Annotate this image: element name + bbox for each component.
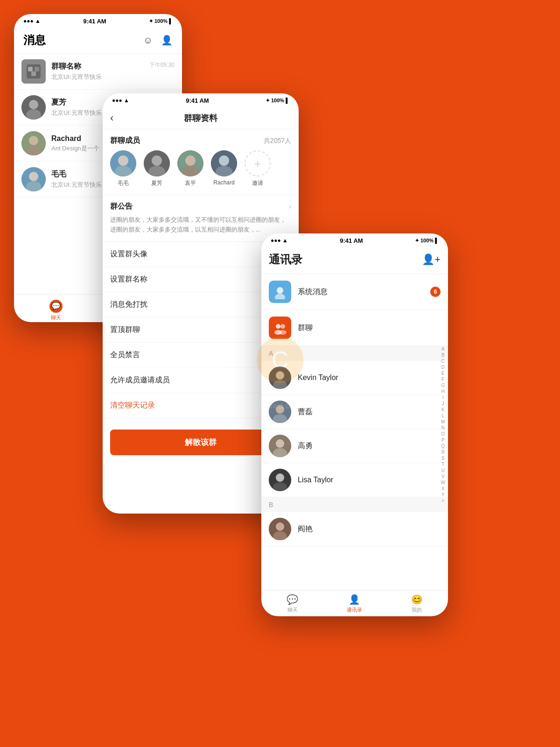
svg-point-26: [277, 287, 283, 294]
announcement-section: 群公告 › 进圈的朋友，大家多多交流哦，又不懂的可以互相问进圈的朋友，进圈的朋友…: [103, 195, 299, 242]
contact-kevin-taylor[interactable]: Kevin Taylor: [261, 361, 448, 395]
group-chat-time: 下午05:30: [149, 61, 175, 69]
phone-contacts: ●●● ▲ 9:41 AM ✦ 100% ▌ 通讯录 👤+ 系统消息 6 群聊 …: [261, 233, 448, 616]
svg-point-17: [152, 155, 162, 166]
group-chat-name: 群聊名称: [51, 62, 144, 71]
group-chat-info: 群聊名称 北京UI:元宵节快乐: [51, 62, 144, 81]
group-chat-preview: 北京UI:元宵节快乐: [51, 73, 144, 81]
battery-2: ✦ 100% ▌: [266, 98, 289, 104]
group-chat-avatar: [269, 317, 291, 339]
kevin-taylor-name: Kevin Taylor: [298, 374, 338, 382]
status-bar-2: ●●● ▲ 9:41 AM ✦ 100% ▌: [103, 93, 299, 107]
section-b: B: [261, 497, 448, 512]
svg-point-34: [276, 371, 284, 380]
system-message-item[interactable]: 系统消息 6: [261, 274, 448, 310]
xiafang-member-name: 夏芳: [151, 179, 162, 187]
group-chat-name: 群聊: [298, 323, 441, 333]
nav-mine-3[interactable]: 😊 我的: [386, 591, 448, 616]
announcement-title: 群公告: [110, 202, 133, 211]
maomao-member-avatar: [110, 150, 136, 176]
svg-rect-2: [35, 67, 39, 71]
back-button[interactable]: ‹: [110, 112, 118, 124]
svg-point-30: [280, 324, 285, 329]
nav-contacts-label-3: 通讯录: [347, 606, 362, 613]
svg-point-11: [29, 172, 38, 181]
svg-point-14: [118, 155, 128, 166]
messages-title: 消息: [23, 33, 46, 48]
lisa-taylor-name: Lisa Taylor: [298, 476, 333, 484]
time-1: 9:41 AM: [83, 18, 106, 25]
caolei-name: 曹磊: [298, 407, 313, 417]
section-a: A: [261, 346, 448, 361]
maomao-member-name: 毛毛: [118, 179, 129, 187]
chat-icon-3: 💬: [287, 594, 298, 605]
invite-label: 邀请: [252, 179, 263, 187]
time-3: 9:41 AM: [340, 237, 363, 244]
member-rachard2[interactable]: Rachard: [211, 150, 237, 187]
contact-gaoyong[interactable]: 高勇: [261, 429, 448, 463]
svg-point-46: [276, 522, 284, 531]
add-contact-icon[interactable]: 👤: [161, 34, 173, 46]
chat-item-group[interactable]: 群聊名称 北京UI:元宵节快乐 下午05:30: [14, 54, 182, 90]
mood-icon[interactable]: ☺: [142, 34, 154, 46]
nav-chat[interactable]: 💬 聊天: [14, 296, 98, 321]
member-xiafang[interactable]: 夏芳: [144, 150, 170, 187]
kevin-taylor-avatar: [269, 366, 291, 389]
signal-3: ●●● ▲: [271, 237, 288, 244]
svg-point-37: [276, 405, 284, 414]
group-info-title: 群聊资料: [184, 113, 217, 124]
gaoyong-name: 高勇: [298, 441, 313, 451]
battery-3: ✦ 100% ▌: [415, 238, 439, 244]
svg-point-32: [279, 330, 287, 335]
status-bar-3: ●●● ▲ 9:41 AM ✦ 100% ▌: [261, 233, 448, 247]
header-actions: ☺ 👤: [142, 34, 173, 46]
rachard-avatar: [21, 131, 46, 155]
add-member-icon: ＋: [245, 150, 271, 176]
rachard-member-avatar: [211, 150, 237, 176]
svg-point-29: [276, 324, 280, 329]
battery-1: ✦ 100% ▌: [149, 18, 173, 24]
lisa-taylor-avatar: [269, 469, 291, 491]
svg-point-43: [276, 473, 284, 482]
nav-mine-label-3: 我的: [412, 606, 422, 613]
contact-yanyan[interactable]: 阎艳: [261, 512, 448, 546]
yuanping-member-avatar: [177, 150, 203, 176]
svg-rect-3: [31, 71, 36, 76]
bottom-nav-3: 💬 聊天 👤 通讯录 😊 我的: [261, 590, 448, 616]
add-contact-button[interactable]: 👤+: [422, 254, 441, 266]
contacts-icon-3: 👤: [349, 594, 360, 605]
member-maomao[interactable]: 毛毛: [110, 150, 136, 187]
messages-header: 消息 ☺ 👤: [14, 28, 182, 54]
announcement-arrow[interactable]: ›: [289, 203, 291, 211]
alphabetical-index: A B C D E F G H I J K L M N O P Q R S T …: [441, 346, 445, 503]
nav-contacts-3[interactable]: 👤 通讯录: [323, 591, 385, 616]
status-bar-1: ●●● ▲ 9:41 AM ✦ 100% ▌: [14, 14, 182, 28]
svg-point-5: [29, 100, 38, 109]
members-label: 群聊成员: [110, 136, 140, 146]
member-invite[interactable]: ＋ 邀请: [245, 150, 271, 187]
contact-lisa-taylor[interactable]: Lisa Taylor: [261, 463, 448, 497]
member-yuanping[interactable]: 袁平: [177, 150, 203, 187]
xiafang-avatar: [21, 95, 46, 120]
contact-caolei[interactable]: 曹磊: [261, 395, 448, 429]
members-section-label: 群聊成员 共2057人: [103, 129, 299, 150]
mine-icon-3: 😊: [411, 594, 423, 605]
nav-chat-3[interactable]: 💬 聊天: [261, 591, 323, 616]
gaoyong-avatar: [269, 435, 291, 457]
svg-point-23: [219, 155, 229, 166]
nav-chat-label-3: 聊天: [287, 606, 298, 613]
svg-point-8: [29, 136, 38, 145]
announcement-header: 群公告 ›: [110, 202, 291, 211]
signal-2: ●●● ▲: [112, 97, 129, 104]
svg-point-40: [276, 439, 284, 448]
group-avatar: [21, 59, 46, 84]
time-2: 9:41 AM: [186, 97, 209, 104]
group-chat-item[interactable]: 群聊: [261, 310, 448, 346]
xiafang-member-avatar: [144, 150, 170, 176]
contacts-header: 通讯录 👤+: [261, 247, 448, 274]
member-grid: 毛毛 夏芳 袁平 Rachard ＋ 邀请: [103, 150, 299, 195]
caolei-avatar: [269, 401, 291, 423]
system-message-avatar: [269, 281, 291, 303]
yanyan-avatar: [269, 518, 291, 540]
signal-icons: ●●● ▲: [23, 18, 41, 24]
